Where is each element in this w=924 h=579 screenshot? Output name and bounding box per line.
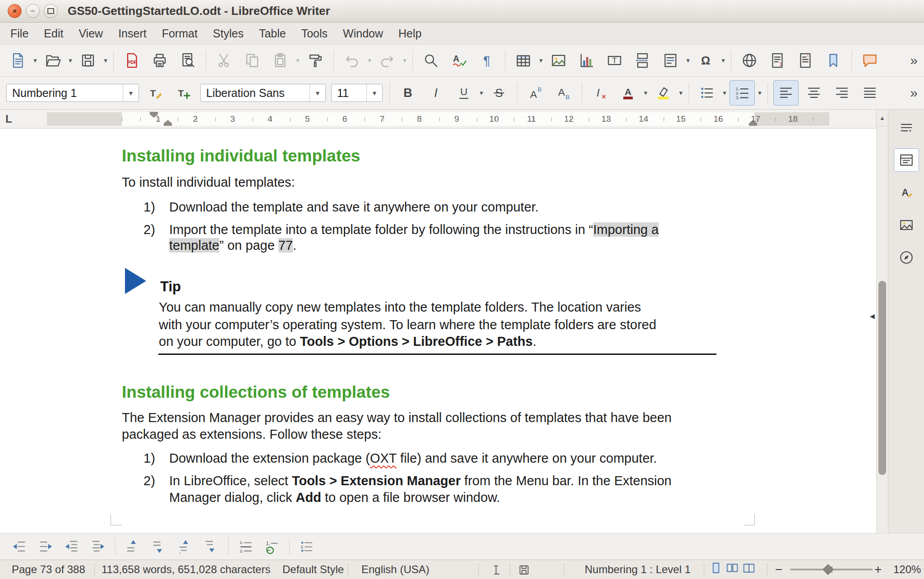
align-left-button[interactable] [773,80,799,106]
redo-dropdown[interactable]: ▾ [401,56,408,64]
sidebar-tab-styles[interactable]: A [894,181,919,204]
save-dropdown[interactable]: ▾ [102,56,109,64]
zoom-out-button[interactable]: − [775,562,782,577]
undo-dropdown[interactable]: ▾ [366,56,373,64]
sidebar-tab-properties[interactable] [894,148,919,172]
print-button[interactable] [147,48,172,73]
update-style-button[interactable]: T [143,80,168,106]
strikethrough-button[interactable]: S [486,80,512,106]
insert-hyperlink-button[interactable] [737,48,762,73]
copy-button[interactable] [240,48,265,73]
align-center-button[interactable] [801,80,827,106]
bullets-and-numbering-button[interactable]: 2. [295,536,319,557]
clone-formatting-button[interactable] [303,48,328,73]
save-button[interactable] [75,48,101,73]
ruler[interactable]: L 123456789101112131415161718 [0,110,924,129]
export-pdf-button[interactable]: PDF [119,48,144,73]
font-name-combobox[interactable]: Liberation Sans ▾ [200,84,326,102]
document-canvas[interactable]: Installing individual templates To insta… [0,129,876,533]
font-color-dropdown[interactable]: ▾ [642,89,649,97]
move-up-with-subpoints-button[interactable] [173,536,197,557]
menu-tools[interactable]: Tools [294,23,335,44]
menu-help[interactable]: Help [391,23,429,44]
sidebar-tab-navigator[interactable] [894,246,919,269]
underline-dropdown[interactable]: ▾ [478,89,485,97]
single-page-view-button[interactable] [709,561,723,578]
menu-edit[interactable]: Edit [36,23,71,44]
undo-button[interactable] [339,48,365,73]
font-name-dropdown[interactable]: ▾ [310,84,325,101]
tab-stop-selector[interactable]: L [5,113,12,125]
underline-button[interactable]: U [451,80,476,106]
spelling-button[interactable]: A [446,48,471,73]
restart-numbering-button[interactable]: 1. [260,536,284,557]
paste-dropdown[interactable]: ▾ [294,56,301,64]
redo-button[interactable] [374,48,400,73]
page-number-field[interactable]: 77 [278,238,293,253]
menu-window[interactable]: Window [335,23,391,44]
font-size-combobox[interactable]: 11 ▾ [331,84,383,102]
insert-special-character-button[interactable]: Ω [693,48,718,73]
cross-reference-field[interactable]: Importing a [593,222,659,237]
insert-comment-button[interactable] [857,48,882,73]
insert-page-break-button[interactable] [630,48,655,73]
document-modified-indicator[interactable] [518,563,530,576]
align-right-button[interactable] [829,80,855,106]
cross-reference-field[interactable]: template [169,238,219,253]
bullet-list-dropdown[interactable]: ▾ [721,89,728,97]
minimize-button[interactable]: − [26,4,40,18]
highlight-color-button[interactable] [651,80,676,106]
sidebar-collapse-arrow[interactable]: ◀ [870,312,875,320]
zoom-in-button[interactable]: + [874,562,882,577]
book-view-button[interactable] [742,561,756,578]
insert-unnumbered-entry-button[interactable]: 1. 2. [234,536,258,557]
new-dropdown[interactable]: ▾ [32,56,39,64]
new-document-button[interactable] [5,48,30,73]
justify-button[interactable] [857,80,882,106]
promote-with-subpoints-button[interactable] [60,536,83,557]
numbered-list-button[interactable]: 1. 2. 3. [730,80,755,106]
insert-endnote-button[interactable]: i [793,48,818,73]
close-button[interactable]: × [8,4,22,18]
paste-button[interactable] [268,48,293,73]
clear-formatting-button[interactable]: I × [587,80,613,106]
zoom-level[interactable]: 120% [893,563,921,576]
scrollbar-thumb[interactable] [878,281,886,475]
page-number-status[interactable]: Page 73 of 388 [12,563,85,576]
highlight-color-dropdown[interactable]: ▾ [677,89,684,97]
zoom-slider-thumb[interactable] [822,564,833,575]
menu-view[interactable]: View [71,23,111,44]
superscript-button[interactable]: A B [523,80,548,106]
move-up-button[interactable] [121,536,144,557]
demote-outline-level-button[interactable] [34,536,57,557]
font-size-dropdown[interactable]: ▾ [366,84,382,101]
numbered-list-dropdown[interactable]: ▾ [756,89,763,97]
vertical-scrollbar[interactable]: ▲ [876,110,888,533]
page-style-status[interactable]: Default Style [282,563,344,576]
insert-footnote-button[interactable]: 1 [765,48,790,73]
promote-outline-level-button[interactable] [8,536,31,557]
demote-with-subpoints-button[interactable] [86,536,110,557]
menu-format[interactable]: Format [154,23,205,44]
font-color-button[interactable]: A [615,80,641,106]
menu-insert[interactable]: Insert [111,23,154,44]
insert-table-button[interactable] [511,48,536,73]
print-preview-button[interactable] [175,48,200,73]
open-button[interactable] [40,48,65,73]
find-replace-button[interactable] [418,48,444,73]
insert-image-button[interactable] [546,48,571,73]
toolbar-overflow-button[interactable]: » [907,53,920,68]
insert-text-box-button[interactable]: T [602,48,627,73]
menu-styles[interactable]: Styles [205,23,251,44]
multi-page-view-button[interactable] [725,561,739,578]
paragraph-style-dropdown[interactable]: ▾ [123,84,139,101]
selection-mode-indicator[interactable] [490,563,502,576]
bold-button[interactable]: B [395,80,420,106]
insert-bookmark-button[interactable] [821,48,846,73]
sidebar-settings-button[interactable] [894,116,919,139]
move-down-with-subpoints-button[interactable] [199,536,223,557]
insert-table-dropdown[interactable]: ▾ [537,56,545,64]
paragraph-style-combobox[interactable]: Numbering 1 ▾ [6,84,139,102]
special-character-dropdown[interactable]: ▾ [720,56,727,64]
bullet-list-button[interactable] [694,80,720,106]
